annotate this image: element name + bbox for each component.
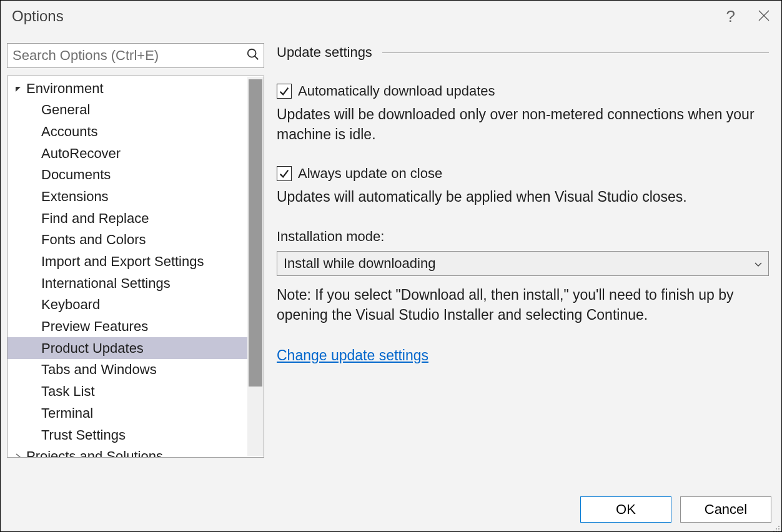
tree-item-accounts[interactable]: Accounts	[7, 121, 247, 142]
tree-item-label: Preview Features	[41, 317, 148, 336]
tree-item-label: Product Updates	[41, 339, 144, 358]
update-on-close-checkbox[interactable]: Always update on close	[277, 165, 769, 182]
search-icon	[246, 47, 260, 64]
tree-item-environment[interactable]: Environment	[7, 77, 247, 99]
ok-button[interactable]: OK	[580, 496, 671, 523]
scrollbar-track[interactable]	[247, 77, 264, 456]
section-header: Update settings	[277, 44, 769, 61]
close-icon[interactable]	[758, 8, 770, 24]
svg-point-2	[248, 49, 256, 57]
tree-item-label: Find and Replace	[41, 209, 149, 228]
tree-item-autorecover[interactable]: AutoRecover	[7, 142, 247, 164]
cancel-button[interactable]: Cancel	[680, 496, 771, 523]
options-tree[interactable]: EnvironmentGeneralAccountsAutoRecoverDoc…	[7, 76, 264, 458]
tree-item-label: Environment	[26, 79, 104, 98]
svg-point-5	[776, 528, 777, 530]
tree-item-label: Extensions	[41, 187, 109, 206]
window-title: Options	[12, 7, 726, 25]
tree-item-label: Documents	[41, 165, 111, 184]
tree-item-label: AutoRecover	[41, 144, 121, 163]
tree-item-label: Tabs and Windows	[41, 360, 157, 379]
tree-item-keyboard[interactable]: Keyboard	[7, 294, 247, 316]
tree-item-label: Terminal	[41, 404, 93, 423]
tree-item-label: Task List	[41, 382, 95, 401]
tree-item-preview-features[interactable]: Preview Features	[7, 316, 247, 338]
auto-download-checkbox[interactable]: Automatically download updates	[277, 83, 769, 99]
tree-item-extensions[interactable]: Extensions	[7, 185, 247, 207]
svg-point-6	[778, 528, 780, 530]
resize-grip-icon[interactable]	[771, 521, 780, 530]
install-mode-note: Note: If you select "Download all, then …	[277, 285, 769, 325]
search-input[interactable]	[12, 47, 246, 64]
checkbox-icon	[277, 84, 292, 99]
tree-item-label: Projects and Solutions	[26, 447, 163, 458]
tree-item-import-and-export-settings[interactable]: Import and Export Settings	[7, 251, 247, 273]
settings-body: Automatically download updates Updates w…	[277, 83, 769, 364]
section-divider	[382, 52, 769, 53]
dialog-footer: OK Cancel	[580, 496, 771, 523]
tree-item-trust-settings[interactable]: Trust Settings	[7, 424, 247, 446]
auto-download-desc: Updates will be downloaded only over non…	[277, 104, 769, 144]
title-bar: Options ?	[1, 1, 781, 32]
search-box[interactable]	[7, 43, 264, 68]
scrollbar-thumb[interactable]	[249, 79, 262, 387]
tree-expanded-icon[interactable]	[15, 79, 25, 98]
tree-item-projects-and-solutions[interactable]: Projects and Solutions	[7, 446, 247, 458]
tree-item-task-list[interactable]: Task List	[7, 381, 247, 403]
svg-line-3	[255, 56, 259, 59]
main-area: EnvironmentGeneralAccountsAutoRecoverDoc…	[1, 32, 781, 488]
tree-item-general[interactable]: General	[7, 99, 247, 121]
titlebar-buttons: ?	[726, 8, 770, 24]
tree-item-label: General	[41, 101, 90, 119]
settings-panel: Update settings Automatically download u…	[277, 43, 775, 481]
tree-item-product-updates[interactable]: Product Updates	[7, 337, 247, 359]
svg-point-4	[778, 526, 780, 527]
tree-item-label: Trust Settings	[41, 426, 126, 445]
tree-item-label: Fonts and Colors	[41, 230, 146, 249]
tree-item-tabs-and-windows[interactable]: Tabs and Windows	[7, 359, 247, 381]
left-column: EnvironmentGeneralAccountsAutoRecoverDoc…	[7, 43, 264, 481]
tree-item-find-and-replace[interactable]: Find and Replace	[7, 207, 247, 229]
tree-item-fonts-and-colors[interactable]: Fonts and Colors	[7, 229, 247, 251]
auto-download-label: Automatically download updates	[298, 83, 495, 99]
tree-item-international-settings[interactable]: International Settings	[7, 272, 247, 294]
tree-item-terminal[interactable]: Terminal	[7, 402, 247, 424]
section-title: Update settings	[277, 44, 372, 61]
tree-item-label: Import and Export Settings	[41, 252, 204, 271]
tree-item-label: Keyboard	[41, 295, 100, 314]
install-mode-select[interactable]: Install while downloading	[277, 251, 769, 276]
help-icon[interactable]: ?	[726, 8, 735, 24]
chevron-down-icon	[755, 255, 762, 272]
change-update-settings-link[interactable]: Change update settings	[277, 347, 428, 363]
install-mode-value: Install while downloading	[284, 255, 755, 272]
tree-item-label: Accounts	[41, 122, 98, 141]
update-on-close-desc: Updates will automatically be applied wh…	[277, 187, 769, 207]
tree-collapsed-icon[interactable]	[15, 447, 25, 458]
update-on-close-label: Always update on close	[298, 165, 442, 182]
install-mode-label: Installation mode:	[277, 229, 769, 245]
checkbox-icon	[277, 166, 292, 181]
tree-item-label: International Settings	[41, 274, 171, 293]
tree-item-documents[interactable]: Documents	[7, 164, 247, 186]
